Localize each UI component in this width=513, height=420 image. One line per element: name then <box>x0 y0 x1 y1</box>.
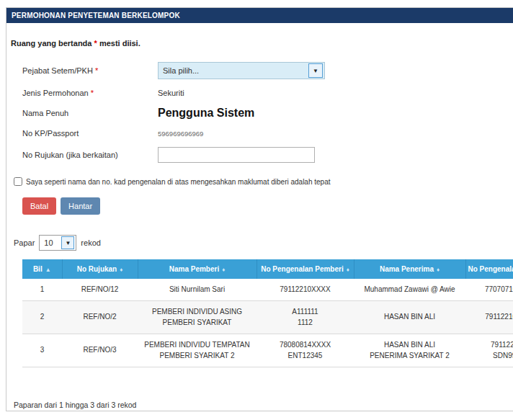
kp-label: No KP/Passport <box>22 129 158 138</box>
column-header-label: No Rujukan <box>77 265 117 273</box>
pejabat-select[interactable]: Sila pilih... ▼ <box>158 62 325 79</box>
action-buttons: Batal Hantar <box>22 197 513 215</box>
field-row-kp: No KP/Passport 596969696969 <box>22 129 513 138</box>
field-row-jenis: Jenis Permohonan * Sekuriti <box>22 89 513 97</box>
kp-value: 596969696969 <box>158 130 203 138</box>
pejabat-label: Pejabat Setem/PKH * <box>22 66 158 75</box>
table-header-row: Bil▲No Rujukan♦Nama Pemberi♦No Pengenala… <box>22 259 513 279</box>
table-cell: Muhammad Zawawi @ Awie <box>354 279 465 300</box>
column-header-label: Nama Pemberi <box>169 265 219 273</box>
sort-icon: ♦ <box>437 267 440 273</box>
jenis-value: Sekuriti <box>158 89 184 97</box>
required-note-suffix: mesti diisi. <box>99 39 140 48</box>
required-asterisk: * <box>94 39 97 48</box>
column-header-label: Bil <box>33 265 43 273</box>
jenis-required-asterisk: * <box>91 89 94 97</box>
application-panel: PERMOHONAN PENYETEMAN BERKELOMPOK Ruang … <box>6 7 513 411</box>
table-row: 1REF/NO/12Siti Nurnilam Sari79112210XXXX… <box>22 279 513 300</box>
table-cell: Siti Nurnilam Sari <box>138 279 256 300</box>
column-header-label: Nama Penerima <box>380 265 434 273</box>
panel-title: PERMOHONAN PENYETEMAN BERKELOMPOK <box>6 8 513 23</box>
rekod-label: rekod <box>81 238 101 247</box>
table-cell: 78080814XXXXENT12345 <box>256 334 354 367</box>
pejabat-label-text: Pejabat Setem/PKH <box>22 66 93 75</box>
nama-value: Pengguna Sistem <box>158 107 254 120</box>
table-row: 3REF/NO/3PEMBERI INDIVIDU TEMPATANPEMBER… <box>22 334 513 367</box>
column-header[interactable]: No Pengenalan Pemberi♦ <box>256 259 354 279</box>
records-table: Bil▲No Rujukan♦Nama Pemberi♦No Pengenala… <box>22 259 513 367</box>
chevron-down-icon[interactable]: ▼ <box>308 63 323 78</box>
table-footer-summary: Paparan dari 1 hingga 3 dari 3 rekod <box>14 401 513 409</box>
table-cell: 7911221059SDN99999 <box>465 334 513 367</box>
page-size-row: Papar 10 ▼ rekod <box>14 235 513 251</box>
pejabat-required-asterisk: * <box>95 66 98 75</box>
chevron-down-icon[interactable]: ▼ <box>61 236 74 249</box>
papar-label: Papar <box>14 238 35 247</box>
required-note-prefix: Ruang yang bertanda <box>11 39 92 48</box>
confirmation-checkbox[interactable] <box>14 177 22 186</box>
table-cell: PEMBERI INDIVIDU TEMPATANPEMBERI SYARIKA… <box>138 334 256 367</box>
sort-asc-icon: ▲ <box>45 267 51 273</box>
column-header-label: No Pengenalan Pemberi <box>261 265 343 273</box>
confirmation-label: Saya seperti nama dan no. kad pengenalan… <box>26 178 331 186</box>
pejabat-select-value: Sila pilih... <box>159 66 199 75</box>
column-header[interactable]: Bil▲ <box>22 259 62 279</box>
page-size-select[interactable]: 10 ▼ <box>39 235 76 251</box>
rujukan-label: No Rujukan (jika berkaitan) <box>22 151 158 159</box>
nama-label: Nama Penuh <box>22 109 158 117</box>
column-header-label: No Pengenalan Penerima <box>468 265 513 273</box>
table-row: 2REF/NO/2PEMBERI INDIVIDU ASINGPEMBERI S… <box>22 300 513 334</box>
table-cell: REF/NO/3 <box>62 334 138 367</box>
no-rujukan-input[interactable] <box>158 147 315 163</box>
field-row-nama: Nama Penuh Pengguna Sistem <box>22 107 513 120</box>
table-cell: HASAN BIN ALIPENERIMA SYARIKAT 2 <box>354 334 465 367</box>
table-cell: 77070710XXXX <box>465 279 513 300</box>
table-cell: A1111111112 <box>256 300 354 334</box>
sort-icon: ♦ <box>222 267 225 273</box>
table-cell: 79112210XXXX <box>465 300 513 334</box>
required-note: Ruang yang bertanda * mesti diisi. <box>11 39 513 48</box>
table-cell: REF/NO/12 <box>62 279 138 300</box>
table-cell: REF/NO/2 <box>62 300 138 334</box>
column-header[interactable]: Nama Penerima♦ <box>354 259 465 279</box>
sort-icon: ♦ <box>347 267 349 273</box>
sort-icon: ♦ <box>120 267 122 273</box>
field-row-rujukan: No Rujukan (jika berkaitan) <box>22 147 513 163</box>
jenis-label-text: Jenis Permohonan <box>22 89 89 97</box>
table-cell: 2 <box>22 300 62 334</box>
hantar-button[interactable]: Hantar <box>61 197 100 215</box>
batal-button[interactable]: Batal <box>22 197 56 215</box>
table-cell: 79112210XXXX <box>256 279 354 300</box>
column-header[interactable]: No Pengenalan Penerima♦ <box>465 259 513 279</box>
table-cell: 3 <box>22 334 62 367</box>
jenis-label: Jenis Permohonan * <box>22 89 158 97</box>
table-cell: PEMBERI INDIVIDU ASINGPEMBERI SYARIKAT <box>138 300 256 334</box>
confirmation-row: Saya seperti nama dan no. kad pengenalan… <box>14 177 513 186</box>
column-header[interactable]: No Rujukan♦ <box>62 259 138 279</box>
table-cell: HASAN BIN ALI <box>354 300 465 334</box>
field-row-pejabat: Pejabat Setem/PKH * Sila pilih... ▼ <box>22 62 513 79</box>
table-cell: 1 <box>22 279 62 300</box>
column-header[interactable]: Nama Pemberi♦ <box>138 259 256 279</box>
page-size-value: 10 <box>40 238 53 247</box>
